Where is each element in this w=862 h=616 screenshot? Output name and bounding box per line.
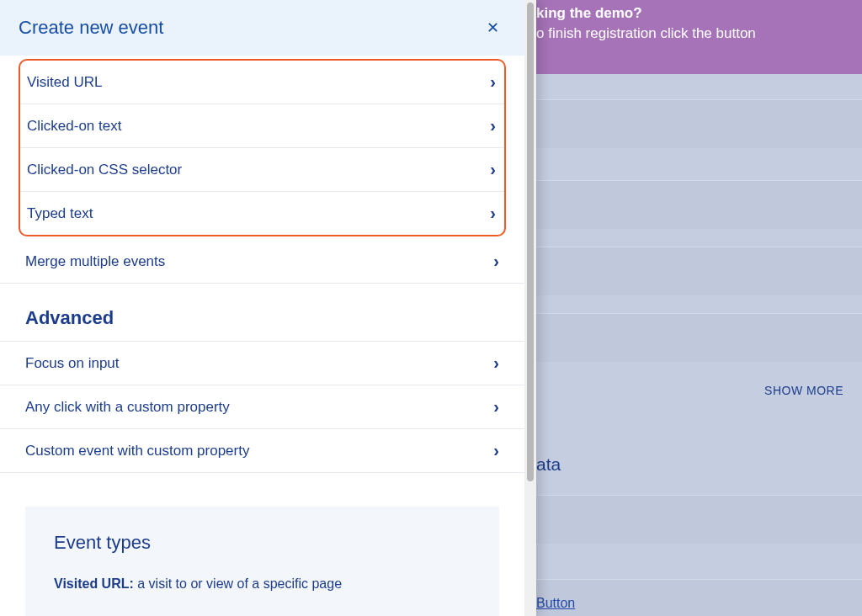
- help-line-rest: a visit to or view of a specific page: [134, 576, 342, 591]
- event-type-custom-event-custom-property[interactable]: Custom event with custom property ›: [0, 429, 524, 473]
- help-line-bold: Visited URL:: [54, 576, 134, 591]
- scrollbar-thumb[interactable]: [527, 3, 534, 481]
- create-event-modal: Create new event ✕ Visited URL › Clicked…: [0, 0, 536, 616]
- event-type-clicked-on-text[interactable]: Clicked-on text ›: [20, 104, 504, 148]
- chevron-right-icon: ›: [493, 353, 499, 373]
- list-item-label: Typed text: [27, 205, 93, 222]
- chevron-right-icon: ›: [493, 441, 499, 460]
- event-type-focus-on-input[interactable]: Focus on input ›: [0, 341, 524, 385]
- modal-title: Create new event: [19, 17, 163, 39]
- show-more-button[interactable]: SHOW MORE: [764, 384, 843, 397]
- chevron-right-icon: ›: [490, 72, 496, 92]
- event-type-any-click-custom-property[interactable]: Any click with a custom property ›: [0, 385, 524, 429]
- chevron-right-icon: ›: [493, 397, 499, 417]
- chevron-right-icon: ›: [490, 204, 496, 223]
- bg-link[interactable]: Button: [536, 596, 575, 611]
- event-type-visited-url[interactable]: Visited URL ›: [20, 61, 504, 104]
- list-item-label: Custom event with custom property: [25, 443, 249, 459]
- modal-body: Visited URL › Clicked-on text › Clicked-…: [0, 56, 524, 616]
- event-type-merge-multiple[interactable]: Merge multiple events ›: [0, 240, 524, 284]
- event-type-typed-text[interactable]: Typed text ›: [20, 192, 504, 235]
- list-item-label: Merge multiple events: [25, 253, 165, 270]
- chevron-right-icon: ›: [490, 116, 496, 135]
- close-icon[interactable]: ✕: [480, 15, 506, 40]
- advanced-heading: Advanced: [0, 284, 524, 341]
- list-item-label: Focus on input: [25, 355, 120, 372]
- bg-section-title: ata: [536, 454, 561, 475]
- help-event-types: Event types Visited URL: a visit to or v…: [25, 507, 499, 616]
- chevron-right-icon: ›: [490, 160, 496, 179]
- help-line: Clicked-on text: a click on a button or …: [54, 613, 471, 616]
- list-item-label: Any click with a custom property: [25, 399, 230, 416]
- help-title: Event types: [54, 532, 471, 554]
- scrollbar[interactable]: [524, 0, 536, 616]
- event-type-highlight-group: Visited URL › Clicked-on text › Clicked-…: [19, 59, 506, 236]
- list-item-label: Clicked-on text: [27, 118, 121, 135]
- list-item-label: Clicked-on CSS selector: [27, 162, 182, 178]
- event-type-clicked-on-css-selector[interactable]: Clicked-on CSS selector ›: [20, 148, 504, 192]
- modal-header: Create new event ✕: [0, 0, 524, 56]
- help-line: Visited URL: a visit to or view of a spe…: [54, 574, 471, 594]
- chevron-right-icon: ›: [493, 252, 499, 271]
- list-item-label: Visited URL: [27, 74, 102, 91]
